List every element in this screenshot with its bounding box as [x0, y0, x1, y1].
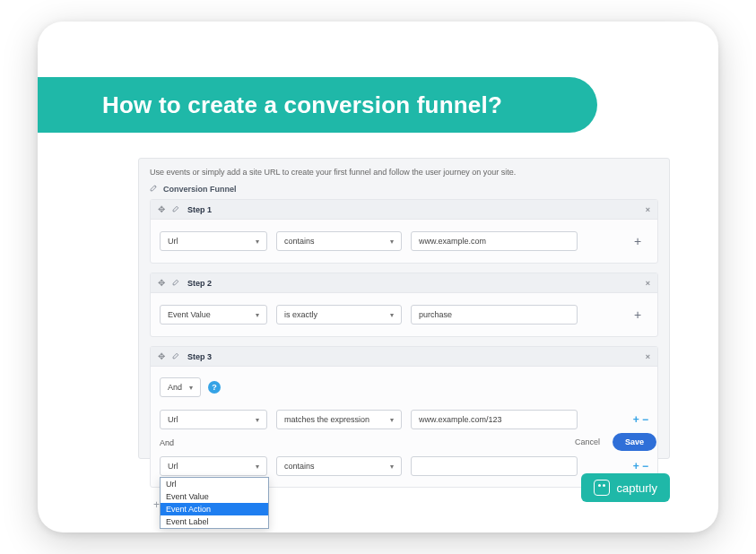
- field-type-value: Url: [168, 462, 178, 471]
- remove-step-icon[interactable]: ×: [646, 352, 650, 361]
- field-type-select[interactable]: Url ▾: [160, 231, 267, 251]
- title-banner: How to create a conversion funnel?: [38, 77, 597, 133]
- chevron-down-icon: ▾: [256, 416, 259, 424]
- intro-text: Use events or simply add a site URL to c…: [150, 168, 658, 177]
- card: How to create a conversion funnel? Use e…: [38, 22, 718, 532]
- add-remove-buttons[interactable]: + −: [633, 413, 648, 426]
- add-remove-buttons[interactable]: + −: [633, 460, 648, 472]
- brand-badge[interactable]: capturly: [581, 473, 670, 502]
- brand-icon: [594, 480, 610, 496]
- dropdown-option-selected[interactable]: Event Action: [161, 503, 268, 515]
- operator-select[interactable]: contains ▾: [276, 456, 402, 476]
- brand-name: capturly: [616, 481, 657, 495]
- field-type-select-open[interactable]: Url ▾ Url Event Value Event Action Event…: [160, 456, 267, 476]
- operator-select[interactable]: is exactly ▾: [276, 305, 402, 325]
- field-type-select[interactable]: Event Value ▾: [160, 305, 267, 325]
- page-title: How to create a conversion funnel?: [102, 91, 502, 119]
- value-input[interactable]: [411, 456, 578, 476]
- value-text: www.example.com: [419, 237, 486, 246]
- operator-value: matches the expression: [284, 415, 369, 424]
- edit-icon[interactable]: [150, 184, 158, 194]
- value-text: www.example.com/123: [419, 415, 502, 424]
- value-input[interactable]: purchase: [411, 305, 578, 325]
- chevron-down-icon: ▾: [256, 238, 259, 246]
- move-icon[interactable]: ✥: [158, 351, 165, 361]
- step-2: ✥ Step 2 × Event Value ▾ is exactly ▾ pu…: [150, 273, 658, 337]
- step-3: ✥ Step 3 × And ▾ ? Url: [150, 346, 658, 488]
- add-condition-button[interactable]: +: [627, 304, 648, 325]
- logic-select[interactable]: And ▾: [160, 377, 201, 397]
- step-1: ✥ Step 1 × Url ▾ contains ▾ www.example.…: [150, 199, 658, 264]
- step-label[interactable]: Step 2: [187, 279, 212, 288]
- funnel-panel: Use events or simply add a site URL to c…: [138, 158, 670, 459]
- step-label[interactable]: Step 3: [187, 352, 212, 361]
- value-input[interactable]: www.example.com: [411, 231, 578, 251]
- dropdown-option[interactable]: Event Label: [161, 515, 268, 528]
- remove-step-icon[interactable]: ×: [646, 205, 650, 214]
- help-icon[interactable]: ?: [208, 381, 221, 394]
- chevron-down-icon: ▾: [390, 463, 394, 471]
- step-header: ✥ Step 2 ×: [151, 273, 657, 293]
- step-header: ✥ Step 1 ×: [151, 200, 657, 220]
- funnel-name-row: Conversion Funnel: [150, 184, 658, 194]
- value-text: purchase: [419, 310, 452, 319]
- operator-select[interactable]: contains ▾: [276, 231, 402, 251]
- field-type-value: Event Value: [168, 310, 211, 319]
- form-actions: Cancel Save: [575, 433, 656, 451]
- operator-value: is exactly: [284, 310, 317, 319]
- chevron-down-icon: ▾: [256, 463, 259, 471]
- dropdown-option[interactable]: Event Value: [161, 490, 268, 503]
- field-type-select[interactable]: Url ▾: [160, 410, 267, 429]
- step-header: ✥ Step 3 ×: [151, 347, 657, 367]
- edit-step-icon[interactable]: [172, 204, 180, 214]
- operator-value: contains: [284, 462, 315, 471]
- operator-value: contains: [284, 237, 315, 246]
- chevron-down-icon: ▾: [256, 311, 259, 319]
- move-icon[interactable]: ✥: [158, 278, 165, 288]
- funnel-name[interactable]: Conversion Funnel: [163, 185, 237, 194]
- chevron-down-icon: ▾: [390, 311, 394, 319]
- chevron-down-icon: ▾: [390, 416, 394, 424]
- value-input[interactable]: www.example.com/123: [411, 410, 578, 429]
- save-button[interactable]: Save: [613, 433, 656, 451]
- chevron-down-icon: ▾: [189, 384, 193, 392]
- step-label[interactable]: Step 1: [187, 205, 212, 214]
- field-type-value: Url: [168, 415, 178, 424]
- chevron-down-icon: ▾: [390, 238, 394, 246]
- edit-step-icon[interactable]: [172, 351, 180, 361]
- move-icon[interactable]: ✥: [158, 204, 165, 214]
- edit-step-icon[interactable]: [172, 278, 180, 288]
- dropdown-option[interactable]: Url: [161, 478, 268, 490]
- remove-step-icon[interactable]: ×: [646, 279, 650, 288]
- operator-select[interactable]: matches the expression ▾: [276, 410, 402, 429]
- field-type-value: Url: [168, 237, 178, 246]
- add-condition-button[interactable]: +: [627, 230, 648, 252]
- logic-value: And: [168, 383, 182, 392]
- field-type-dropdown: Url Event Value Event Action Event Label: [160, 477, 269, 529]
- cancel-button[interactable]: Cancel: [575, 437, 600, 446]
